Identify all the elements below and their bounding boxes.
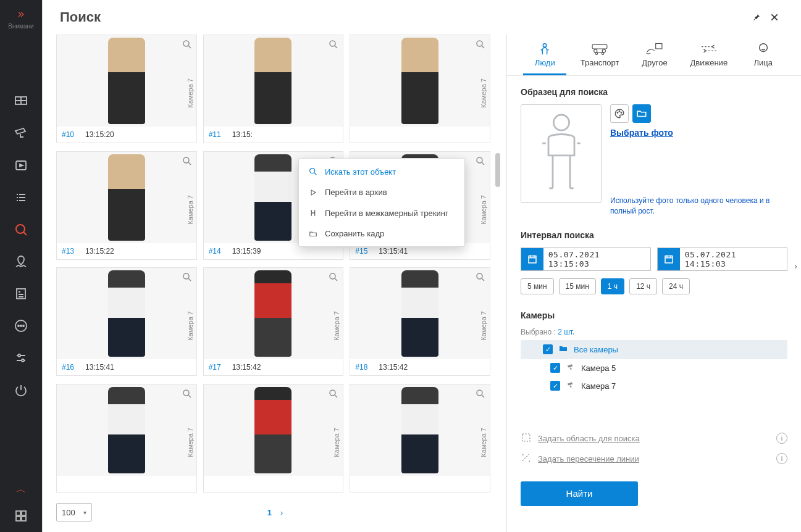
tab-label: Лица (753, 58, 772, 67)
result-index[interactable]: #15 (355, 247, 367, 256)
result-index[interactable]: #16 (62, 363, 74, 372)
result-card[interactable]: Камера 7 (350, 35, 490, 143)
interval-preset[interactable]: 5 мин (521, 278, 554, 294)
svg-point-35 (553, 115, 569, 130)
context-menu-item[interactable]: Перейти в архив (299, 182, 464, 202)
camera-tree-item[interactable]: ✓ Камера 5 (521, 359, 787, 377)
svg-rect-40 (665, 256, 673, 262)
interval-preset[interactable]: 1 ч (601, 278, 624, 294)
magnify-icon[interactable] (328, 39, 339, 52)
tab-Другое[interactable]: Другое (633, 39, 676, 75)
info-icon[interactable]: i (776, 453, 787, 464)
set-line-action[interactable]: Задать пересечение линии i (521, 452, 787, 465)
nav-sliders[interactable] (0, 342, 42, 374)
tab-Люди[interactable]: Люди (523, 39, 566, 75)
result-index[interactable]: #18 (355, 363, 367, 372)
result-card[interactable]: Камера 7 #17 13:15:42 (203, 267, 344, 376)
checkbox-checked-icon[interactable]: ✓ (550, 363, 560, 373)
result-card[interactable]: Камера 7 #10 13:15:20 (56, 35, 197, 143)
checkbox-checked-icon[interactable]: ✓ (543, 344, 553, 354)
magnify-icon[interactable] (182, 388, 193, 402)
sidebar-collapse-up-icon[interactable]: ︿ (0, 480, 42, 500)
checkbox-checked-icon[interactable]: ✓ (550, 381, 560, 391)
nav-more[interactable] (0, 310, 42, 342)
result-card[interactable]: Камера 7 (350, 384, 490, 493)
choose-photo-link[interactable]: Выбрать фото (610, 128, 787, 138)
result-index[interactable]: #14 (209, 247, 221, 256)
context-menu-label: Перейти в межкамерный трекинг (325, 209, 448, 218)
result-index[interactable]: #10 (62, 130, 74, 139)
panel-collapse-icon[interactable]: › (794, 261, 797, 271)
tab-label: Транспорт (581, 58, 619, 67)
camera-tree-root[interactable]: ✓ Все камеры (521, 340, 787, 359)
page-size-select[interactable]: 100 ▾ (56, 503, 92, 522)
calendar-icon (521, 248, 543, 270)
expand-sidebar-icon[interactable]: » (18, 4, 24, 24)
magnify-icon[interactable] (475, 156, 486, 169)
interval-preset[interactable]: 12 ч (629, 278, 657, 294)
magnify-icon[interactable] (182, 156, 193, 169)
result-card[interactable]: Камера 7 #13 13:15:22 (56, 151, 197, 260)
result-index[interactable]: #17 (209, 363, 221, 372)
magnify-icon[interactable] (328, 388, 339, 402)
datetime-from[interactable]: 05.07.2021 13:15:03 (521, 247, 651, 271)
context-menu-item[interactable]: Искать этот объект (299, 161, 464, 182)
scrollbar[interactable] (494, 91, 500, 412)
page-next-icon[interactable]: › (280, 508, 283, 517)
pin-button[interactable] (747, 8, 765, 27)
magnify-icon[interactable] (328, 272, 339, 285)
result-card[interactable]: Камера 7 #16 13:15:41 (56, 267, 197, 376)
nav-cameras[interactable] (0, 117, 42, 149)
result-card[interactable]: Камера 7 (56, 384, 197, 493)
interval-title: Интервал поиска (521, 230, 787, 240)
svg-point-27 (543, 44, 547, 48)
camera-tree-item[interactable]: ✓ Камера 7 (521, 377, 787, 395)
svg-point-9 (22, 359, 24, 362)
find-button[interactable]: Найти (521, 481, 638, 506)
result-index[interactable]: #11 (209, 130, 221, 139)
search-icon (308, 167, 319, 177)
nav-power[interactable] (0, 374, 42, 406)
camera-name: Камера 5 (581, 364, 616, 373)
interval-preset[interactable]: 24 ч (662, 278, 690, 294)
nav-grid[interactable] (0, 500, 42, 532)
tab-Движение[interactable]: Движение (687, 39, 732, 75)
nav-list[interactable] (0, 181, 42, 214)
context-menu-item[interactable]: Сохранить кадр (299, 223, 464, 244)
palette-button[interactable] (610, 104, 629, 123)
magnify-icon[interactable] (182, 39, 193, 52)
sample-placeholder[interactable] (521, 104, 602, 203)
nav-search[interactable] (0, 214, 42, 246)
nav-archive[interactable] (0, 149, 42, 181)
result-card[interactable]: Камера 7 (203, 384, 344, 493)
datetime-to-value: 05.07.2021 14:15:03 (680, 250, 787, 268)
result-card[interactable]: Камера 7 #18 13:15:42 (350, 267, 490, 376)
set-area-action[interactable]: Задать область для поиска i (521, 432, 787, 445)
line-cross-icon (521, 452, 532, 465)
info-icon[interactable]: i (776, 433, 787, 444)
svg-point-26 (310, 168, 315, 173)
cameras-title: Камеры (521, 310, 787, 320)
page-current[interactable]: 1 (267, 508, 272, 517)
close-button[interactable] (765, 8, 784, 27)
play-icon (308, 188, 319, 197)
context-menu-item[interactable]: Перейти в межкамерный трекинг (299, 202, 464, 223)
tab-Транспорт[interactable]: Транспорт (577, 39, 623, 75)
set-line-label: Задать пересечение линии (538, 454, 639, 463)
nav-map[interactable] (0, 246, 42, 278)
nav-reports[interactable] (0, 278, 42, 310)
tab-Лица[interactable]: Лица (742, 39, 785, 75)
context-menu-label: Перейти в архив (325, 188, 387, 197)
datetime-to[interactable]: 05.07.2021 14:15:03 (657, 247, 787, 271)
tab-label: Движение (690, 58, 728, 67)
interval-preset[interactable]: 15 мин (559, 278, 596, 294)
folder-open-button[interactable] (632, 104, 651, 123)
result-index[interactable]: #13 (62, 247, 74, 256)
magnify-icon[interactable] (475, 272, 486, 285)
result-card[interactable]: #11 13:15: (203, 35, 344, 143)
nav-layouts[interactable] (0, 85, 42, 117)
magnify-icon[interactable] (475, 39, 486, 52)
magnify-icon[interactable] (475, 388, 486, 402)
magnify-icon[interactable] (182, 272, 193, 285)
svg-point-22 (477, 273, 482, 279)
